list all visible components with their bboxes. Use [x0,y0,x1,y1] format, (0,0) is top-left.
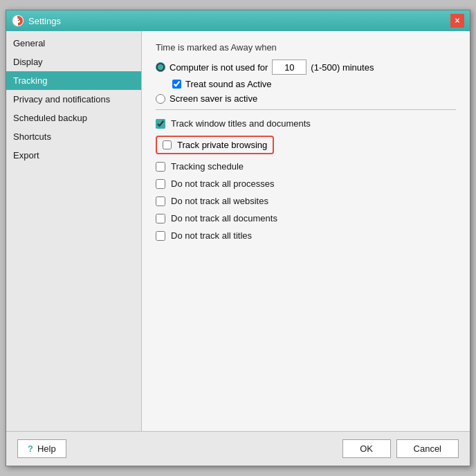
do-not-track-documents-row: Do not track all documents [156,213,456,223]
close-button[interactable]: × [450,14,464,28]
treat-sound-row: Treat sound as Active [156,79,456,89]
track-private-checkbox[interactable] [163,140,172,149]
minutes-input[interactable] [272,60,306,75]
title-bar-left: Settings [12,15,61,27]
no-websites-label[interactable]: Do not track all websites [171,196,268,206]
minutes-range-label: (1-500) minutes [311,62,374,73]
track-private-label[interactable]: Track private browsing [177,140,267,150]
track-window-checkbox[interactable] [156,119,165,129]
sidebar: General Display Tracking Privacy and not… [6,31,142,431]
do-not-track-websites-row: Do not track all websites [156,196,456,206]
no-processes-label[interactable]: Do not track all processes [171,178,275,189]
help-icon: ? [28,443,33,454]
track-window-label[interactable]: Track window titles and documents [171,118,311,129]
main-content: Time is marked as Away when Computer is … [142,31,470,431]
help-button[interactable]: ? Help [17,439,66,458]
screen-saver-radio[interactable] [156,94,165,104]
screen-saver-label[interactable]: Screen saver is active [170,93,257,104]
track-private-wrapper: Track private browsing [156,136,456,154]
no-titles-label[interactable]: Do not track all titles [171,230,252,241]
footer: ? Help OK Cancel [6,431,470,466]
cancel-button[interactable]: Cancel [396,439,459,458]
no-documents-label[interactable]: Do not track all documents [171,213,277,223]
track-window-row: Track window titles and documents [156,118,456,129]
no-processes-checkbox[interactable] [156,179,165,189]
sidebar-item-privacy[interactable]: Privacy and notifications [6,90,141,109]
tracking-schedule-label[interactable]: Tracking schedule [171,161,244,172]
help-label: Help [37,443,56,454]
title-bar: Settings × [6,10,470,31]
treat-sound-checkbox[interactable] [172,80,181,89]
screen-saver-row: Screen saver is active [156,93,456,104]
tracking-schedule-row: Tracking schedule [156,161,456,172]
ok-button[interactable]: OK [342,439,391,458]
treat-sound-label[interactable]: Treat sound as Active [185,79,272,89]
sidebar-item-tracking[interactable]: Tracking [6,71,141,90]
window-title: Settings [28,16,61,26]
tracking-schedule-checkbox[interactable] [156,162,165,172]
sidebar-item-scheduled-backup[interactable]: Scheduled backup [6,109,141,127]
no-websites-checkbox[interactable] [156,196,165,206]
computer-not-used-label[interactable]: Computer is not used for [170,62,268,73]
sidebar-item-general[interactable]: General [6,34,141,53]
sidebar-item-shortcuts[interactable]: Shortcuts [6,127,141,146]
no-titles-checkbox[interactable] [156,231,165,241]
computer-not-used-radio[interactable] [156,62,165,72]
do-not-track-titles-row: Do not track all titles [156,230,456,241]
content-area: General Display Tracking Privacy and not… [6,31,470,431]
footer-right: OK Cancel [342,439,459,458]
track-private-container: Track private browsing [156,136,274,154]
settings-window: Settings × General Display Tracking Priv… [6,10,470,466]
divider [156,109,456,110]
computer-not-used-row: Computer is not used for (1-500) minutes [156,60,456,75]
away-section-label: Time is marked as Away when [156,42,456,53]
do-not-track-processes-row: Do not track all processes [156,178,456,189]
no-documents-checkbox[interactable] [156,214,165,223]
sidebar-item-export[interactable]: Export [6,146,141,165]
sidebar-item-display[interactable]: Display [6,53,141,71]
app-icon [12,15,24,27]
